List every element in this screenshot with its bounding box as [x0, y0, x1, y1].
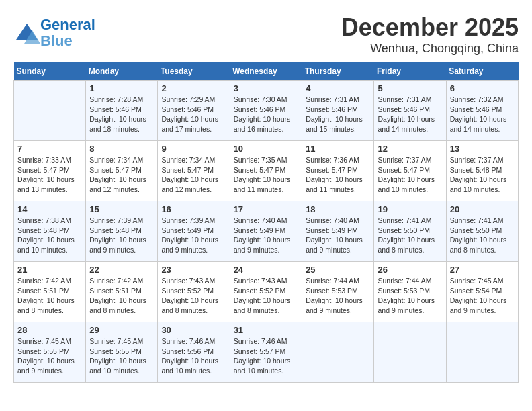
- day-info: Sunrise: 7:43 AMSunset: 5:52 PMDaylight:…: [234, 276, 299, 316]
- day-number: 30: [161, 325, 226, 335]
- day-number: 5: [378, 83, 442, 93]
- calendar-cell: 7 Sunrise: 7:33 AMSunset: 5:47 PMDayligh…: [14, 141, 86, 201]
- calendar-cell: 1 Sunrise: 7:28 AMSunset: 5:46 PMDayligh…: [86, 81, 158, 141]
- calendar-cell: 16 Sunrise: 7:39 AMSunset: 5:49 PMDaylig…: [158, 201, 230, 262]
- day-number: 1: [89, 83, 154, 93]
- day-info: Sunrise: 7:35 AMSunset: 5:47 PMDaylight:…: [234, 155, 299, 195]
- calendar-cell: 19 Sunrise: 7:41 AMSunset: 5:50 PMDaylig…: [374, 201, 446, 262]
- calendar-cell: 9 Sunrise: 7:34 AMSunset: 5:47 PMDayligh…: [158, 141, 230, 201]
- day-info: Sunrise: 7:32 AMSunset: 5:46 PMDaylight:…: [450, 95, 515, 134]
- calendar-cell: [302, 322, 374, 383]
- day-number: 26: [378, 265, 442, 275]
- day-info: Sunrise: 7:42 AMSunset: 5:51 PMDaylight:…: [17, 276, 82, 316]
- calendar-cell: [14, 81, 86, 141]
- day-number: 8: [89, 144, 154, 154]
- calendar-cell: 27 Sunrise: 7:45 AMSunset: 5:54 PMDaylig…: [446, 262, 518, 322]
- day-info: Sunrise: 7:45 AMSunset: 5:55 PMDaylight:…: [17, 336, 82, 376]
- day-info: Sunrise: 7:30 AMSunset: 5:46 PMDaylight:…: [234, 95, 299, 134]
- weekday-header-tuesday: Tuesday: [158, 62, 230, 81]
- calendar-cell: 29 Sunrise: 7:45 AMSunset: 5:55 PMDaylig…: [86, 322, 158, 383]
- logo: General Blue: [13, 17, 95, 49]
- day-info: Sunrise: 7:33 AMSunset: 5:47 PMDaylight:…: [17, 155, 82, 195]
- day-number: 12: [378, 144, 442, 154]
- day-info: Sunrise: 7:39 AMSunset: 5:48 PMDaylight:…: [89, 216, 154, 255]
- day-number: 4: [306, 83, 370, 93]
- day-number: 3: [234, 83, 299, 93]
- calendar-cell: 28 Sunrise: 7:45 AMSunset: 5:55 PMDaylig…: [14, 322, 86, 383]
- weekday-header-thursday: Thursday: [302, 62, 374, 81]
- weekday-header-friday: Friday: [374, 62, 446, 81]
- day-number: 20: [450, 204, 515, 214]
- day-number: 9: [161, 144, 226, 154]
- day-info: Sunrise: 7:44 AMSunset: 5:53 PMDaylight:…: [306, 276, 370, 316]
- calendar-cell: [446, 322, 518, 383]
- day-number: 19: [378, 204, 442, 214]
- day-info: Sunrise: 7:42 AMSunset: 5:51 PMDaylight:…: [89, 276, 154, 316]
- day-info: Sunrise: 7:38 AMSunset: 5:48 PMDaylight:…: [17, 216, 82, 255]
- day-info: Sunrise: 7:40 AMSunset: 5:49 PMDaylight:…: [306, 216, 370, 255]
- logo-text-line2: Blue: [40, 33, 95, 49]
- day-info: Sunrise: 7:41 AMSunset: 5:50 PMDaylight:…: [450, 216, 515, 255]
- day-number: 15: [89, 204, 154, 214]
- day-number: 31: [234, 325, 299, 335]
- week-row-1: 1 Sunrise: 7:28 AMSunset: 5:46 PMDayligh…: [14, 81, 519, 141]
- week-row-4: 21 Sunrise: 7:42 AMSunset: 5:51 PMDaylig…: [14, 262, 519, 322]
- calendar-cell: 2 Sunrise: 7:29 AMSunset: 5:46 PMDayligh…: [158, 81, 230, 141]
- weekday-header-monday: Monday: [86, 62, 158, 81]
- day-number: 6: [450, 83, 515, 93]
- calendar-cell: 4 Sunrise: 7:31 AMSunset: 5:46 PMDayligh…: [302, 81, 374, 141]
- day-number: 16: [161, 204, 226, 214]
- day-info: Sunrise: 7:31 AMSunset: 5:46 PMDaylight:…: [378, 95, 442, 134]
- calendar-cell: 10 Sunrise: 7:35 AMSunset: 5:47 PMDaylig…: [230, 141, 302, 201]
- day-info: Sunrise: 7:36 AMSunset: 5:47 PMDaylight:…: [306, 155, 370, 195]
- calendar-cell: 8 Sunrise: 7:34 AMSunset: 5:47 PMDayligh…: [86, 141, 158, 201]
- day-number: 11: [306, 144, 370, 154]
- day-number: 24: [234, 265, 299, 275]
- day-number: 23: [161, 265, 226, 275]
- logo-text-line1: General: [40, 17, 95, 33]
- day-number: 27: [450, 265, 515, 275]
- calendar-cell: 25 Sunrise: 7:44 AMSunset: 5:53 PMDaylig…: [302, 262, 374, 322]
- calendar-cell: [374, 322, 446, 383]
- calendar-cell: 26 Sunrise: 7:44 AMSunset: 5:53 PMDaylig…: [374, 262, 446, 322]
- day-info: Sunrise: 7:46 AMSunset: 5:57 PMDaylight:…: [234, 336, 299, 376]
- day-info: Sunrise: 7:43 AMSunset: 5:52 PMDaylight:…: [161, 276, 226, 316]
- weekday-header-sunday: Sunday: [14, 62, 86, 81]
- page-header: General Blue December 2025 Wenhua, Chong…: [13, 13, 519, 56]
- calendar-cell: 5 Sunrise: 7:31 AMSunset: 5:46 PMDayligh…: [374, 81, 446, 141]
- calendar-cell: 18 Sunrise: 7:40 AMSunset: 5:49 PMDaylig…: [302, 201, 374, 262]
- weekday-header-row: SundayMondayTuesdayWednesdayThursdayFrid…: [14, 62, 519, 81]
- day-number: 7: [17, 144, 82, 154]
- calendar-table: SundayMondayTuesdayWednesdayThursdayFrid…: [13, 62, 519, 383]
- calendar-cell: 30 Sunrise: 7:46 AMSunset: 5:56 PMDaylig…: [158, 322, 230, 383]
- week-row-2: 7 Sunrise: 7:33 AMSunset: 5:47 PMDayligh…: [14, 141, 519, 201]
- calendar-cell: 3 Sunrise: 7:30 AMSunset: 5:46 PMDayligh…: [230, 81, 302, 141]
- title-block: December 2025 Wenhua, Chongqing, China: [341, 13, 519, 56]
- day-number: 14: [17, 204, 82, 214]
- day-info: Sunrise: 7:45 AMSunset: 5:55 PMDaylight:…: [89, 336, 154, 376]
- day-info: Sunrise: 7:41 AMSunset: 5:50 PMDaylight:…: [378, 216, 442, 255]
- day-number: 10: [234, 144, 299, 154]
- day-info: Sunrise: 7:31 AMSunset: 5:46 PMDaylight:…: [306, 95, 370, 134]
- day-info: Sunrise: 7:29 AMSunset: 5:46 PMDaylight:…: [161, 95, 226, 134]
- calendar-cell: 24 Sunrise: 7:43 AMSunset: 5:52 PMDaylig…: [230, 262, 302, 322]
- day-number: 29: [89, 325, 154, 335]
- day-number: 2: [161, 83, 226, 93]
- day-info: Sunrise: 7:44 AMSunset: 5:53 PMDaylight:…: [378, 276, 442, 316]
- calendar-cell: 13 Sunrise: 7:37 AMSunset: 5:48 PMDaylig…: [446, 141, 518, 201]
- day-info: Sunrise: 7:40 AMSunset: 5:49 PMDaylight:…: [234, 216, 299, 255]
- calendar-cell: 17 Sunrise: 7:40 AMSunset: 5:49 PMDaylig…: [230, 201, 302, 262]
- day-info: Sunrise: 7:37 AMSunset: 5:47 PMDaylight:…: [378, 155, 442, 195]
- day-number: 21: [17, 265, 82, 275]
- logo-icon: [13, 21, 38, 45]
- week-row-3: 14 Sunrise: 7:38 AMSunset: 5:48 PMDaylig…: [14, 201, 519, 262]
- calendar-cell: 21 Sunrise: 7:42 AMSunset: 5:51 PMDaylig…: [14, 262, 86, 322]
- location-title: Wenhua, Chongqing, China: [341, 42, 519, 56]
- day-number: 25: [306, 265, 370, 275]
- day-number: 18: [306, 204, 370, 214]
- calendar-cell: 31 Sunrise: 7:46 AMSunset: 5:57 PMDaylig…: [230, 322, 302, 383]
- day-info: Sunrise: 7:39 AMSunset: 5:49 PMDaylight:…: [161, 216, 226, 255]
- day-number: 13: [450, 144, 515, 154]
- calendar-cell: 22 Sunrise: 7:42 AMSunset: 5:51 PMDaylig…: [86, 262, 158, 322]
- calendar-cell: 6 Sunrise: 7:32 AMSunset: 5:46 PMDayligh…: [446, 81, 518, 141]
